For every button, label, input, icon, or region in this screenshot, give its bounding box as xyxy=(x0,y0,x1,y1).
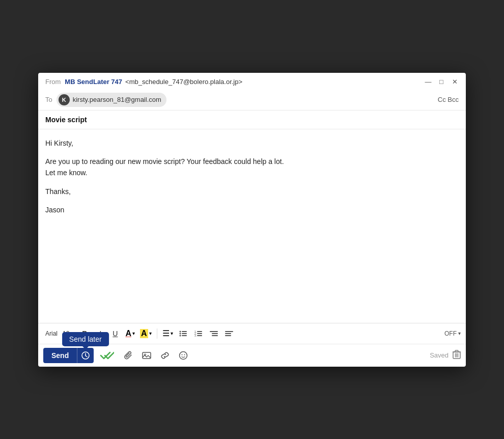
svg-rect-14 xyxy=(212,335,218,336)
cc-bcc-button[interactable]: Cc Bcc xyxy=(438,96,459,103)
to-row: To K kirsty.pearson_81@gmail.com Cc Bcc xyxy=(38,90,466,111)
maximize-button[interactable]: □ xyxy=(437,78,445,86)
sender-email: <mb_schedule_747@bolero.plala.or.jp> xyxy=(125,78,242,86)
send-group: Send Send later xyxy=(43,348,94,363)
svg-point-2 xyxy=(179,333,181,334)
font-size-selector[interactable]: 10 ▾ xyxy=(63,330,73,337)
underline-button[interactable]: U xyxy=(108,326,122,341)
image-icon xyxy=(142,351,151,360)
font-color-dropdown[interactable]: A ▾ xyxy=(123,328,137,339)
title-bar: From MB SendLater 747 <mb_schedule_747@b… xyxy=(38,73,466,90)
double-check-icon xyxy=(100,350,114,361)
spell-check-button[interactable] xyxy=(96,347,118,364)
font-selector[interactable]: Arial xyxy=(43,329,60,338)
recipient-email: kirsty.pearson_81@gmail.com xyxy=(73,96,161,103)
saved-text: Saved xyxy=(430,351,449,359)
svg-line-20 xyxy=(86,355,87,356)
toolbar-separator-1 xyxy=(157,328,157,339)
trash-icon xyxy=(453,350,461,359)
to-label: To xyxy=(45,96,52,103)
delete-button[interactable] xyxy=(453,350,461,361)
svg-rect-5 xyxy=(182,335,187,336)
indent-button[interactable] xyxy=(207,326,221,341)
send-later-container: Send later xyxy=(77,348,94,363)
link-button[interactable] xyxy=(157,347,173,364)
send-button[interactable]: Send xyxy=(43,348,77,363)
attachment-icon xyxy=(124,351,133,360)
svg-rect-1 xyxy=(182,331,187,332)
saved-status: Saved xyxy=(430,350,461,361)
svg-point-23 xyxy=(180,351,187,359)
svg-rect-11 xyxy=(197,335,202,336)
svg-rect-3 xyxy=(182,333,187,334)
svg-text:3.: 3. xyxy=(194,334,197,337)
sender-name: MB SendLater 747 xyxy=(65,78,122,86)
italic-button[interactable]: I xyxy=(93,326,107,341)
subject-text: Movie script xyxy=(45,116,87,124)
attachment-button[interactable] xyxy=(120,347,136,364)
emoji-icon xyxy=(179,351,188,360)
close-button[interactable]: ✕ xyxy=(451,78,459,86)
svg-rect-15 xyxy=(225,331,233,332)
svg-rect-13 xyxy=(212,333,218,334)
highlight-dropdown[interactable]: A ▾ xyxy=(138,328,154,339)
window-controls: — □ ✕ xyxy=(424,78,459,86)
subject-row: Movie script xyxy=(38,111,466,129)
svg-rect-28 xyxy=(455,350,458,352)
action-toolbar: Send Send later xyxy=(38,344,466,367)
minimize-button[interactable]: — xyxy=(424,78,432,86)
numbered-list-button[interactable]: 1. 2. 3. xyxy=(191,326,206,341)
emoji-button[interactable] xyxy=(175,347,191,364)
svg-rect-21 xyxy=(143,352,151,359)
send-later-clock-button[interactable] xyxy=(77,348,94,363)
link-icon xyxy=(160,351,170,360)
formatting-toolbar: Arial 10 ▾ B I U A ▾ A ▾ ☰ ▾ xyxy=(38,323,466,344)
send-label: Send xyxy=(51,351,69,360)
recipient-avatar: K xyxy=(59,94,70,105)
svg-rect-9 xyxy=(197,333,202,334)
svg-rect-16 xyxy=(225,333,231,334)
greeting: Hi Kirsty, xyxy=(45,138,459,149)
from-label: From xyxy=(45,78,61,86)
closing: Thanks, xyxy=(45,186,459,197)
svg-point-4 xyxy=(179,335,181,336)
email-body[interactable]: Hi Kirsty, Are you up to reading our new… xyxy=(38,129,466,323)
signature: Jason xyxy=(45,204,459,215)
clock-icon xyxy=(81,351,90,360)
svg-rect-12 xyxy=(210,331,218,332)
off-toggle[interactable]: OFF ▾ xyxy=(444,330,461,337)
image-button[interactable] xyxy=(138,347,155,364)
svg-rect-17 xyxy=(225,335,231,336)
svg-rect-7 xyxy=(197,331,202,332)
bullets-button[interactable] xyxy=(176,326,190,341)
bold-button[interactable]: B xyxy=(77,326,92,341)
svg-point-24 xyxy=(182,354,183,355)
toolbar-area: Arial 10 ▾ B I U A ▾ A ▾ ☰ ▾ xyxy=(38,323,466,367)
svg-point-0 xyxy=(179,331,181,332)
body-para1: Are you up to reading our new movie scri… xyxy=(45,156,459,179)
compose-window: From MB SendLater 747 <mb_schedule_747@b… xyxy=(38,73,466,367)
svg-point-25 xyxy=(184,354,185,355)
align-dropdown[interactable]: ☰ ▾ xyxy=(160,327,175,339)
outdent-button[interactable] xyxy=(222,326,236,341)
recipient-chip[interactable]: K kirsty.pearson_81@gmail.com xyxy=(57,93,166,107)
